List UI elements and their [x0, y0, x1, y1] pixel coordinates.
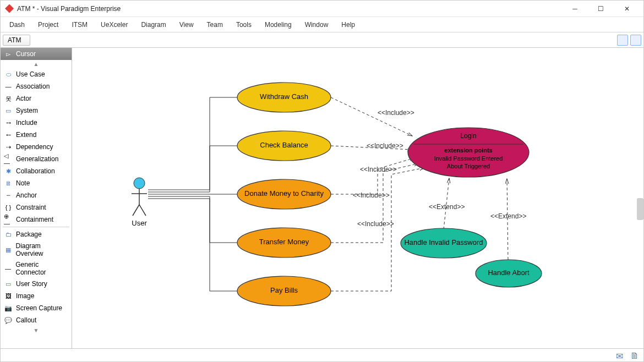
diagram-canvas[interactable]: User Withdraw Cash Check Balance — [72, 48, 643, 348]
include-icon: ⤍ — [4, 118, 13, 127]
svg-point-0 — [134, 178, 145, 189]
overview-icon: ▦ — [4, 245, 12, 254]
palette-label: Generic Connector — [15, 261, 68, 276]
connector-icon: — — [4, 264, 12, 273]
palette-label: System — [16, 107, 38, 114]
cursor-icon: ▻ — [4, 50, 13, 58]
usecase-withdraw[interactable]: Withdraw Cash — [237, 83, 331, 112]
toolbar-icon-1[interactable] — [617, 35, 628, 46]
include-label: <<Include>> — [357, 220, 394, 228]
menu-modeling[interactable]: Modeling — [258, 19, 298, 31]
palette-anchor[interactable]: ┄Anchor — [1, 189, 72, 201]
palette-label: Containment — [16, 216, 53, 223]
palette-containment[interactable]: ⊕—Containment — [1, 213, 72, 226]
svg-point-7 — [237, 131, 331, 161]
palette-label: User Story — [16, 280, 47, 288]
close-button[interactable]: ✕ — [614, 1, 639, 17]
palette-collapse-down[interactable]: ▼ — [1, 326, 72, 334]
palette-package[interactable]: 🗀Package — [1, 228, 72, 240]
usecase-paybills[interactable]: Pay Bills — [237, 276, 331, 306]
palette-label: Dependency — [16, 143, 53, 151]
palette-dependency[interactable]: ⇢Dependency — [1, 141, 72, 153]
toolbar-icon-2[interactable] — [630, 35, 641, 46]
maximize-button[interactable]: ☐ — [588, 1, 613, 17]
usecase-transfer[interactable]: Transfer Money — [237, 228, 331, 257]
svg-text:Login: Login — [460, 132, 476, 140]
palette-image[interactable]: 🖼Image — [1, 290, 72, 302]
palette-collapse-up[interactable]: ▲ — [1, 60, 72, 68]
rect-icon: ▭ — [4, 106, 13, 115]
palette-extend[interactable]: ⤌Extend — [1, 129, 72, 141]
palette-generic-connector[interactable]: —Generic Connector — [1, 259, 72, 278]
palette-label: Generalization — [16, 155, 58, 163]
generalization-icon: ◁— — [4, 155, 13, 163]
usecase-check-balance[interactable]: Check Balance — [237, 131, 331, 161]
svg-text:extension points: extension points — [444, 147, 492, 153]
breadcrumb-bar: ATM — [1, 32, 643, 48]
usecase-donate[interactable]: Donate Money to Charity — [237, 179, 331, 209]
svg-point-21 — [401, 228, 487, 258]
palette-include[interactable]: ⤍Include — [1, 117, 72, 129]
actor-user[interactable]: User — [132, 178, 147, 227]
window-controls: ─ ☐ ✕ — [563, 1, 639, 17]
note-icon[interactable]: 🗎 — [630, 351, 639, 360]
palette-screen-capture[interactable]: 📷Screen Capture — [1, 302, 72, 314]
actor-icon: 옷 — [4, 94, 13, 103]
palette-label: Extend — [16, 131, 36, 139]
palette-label: Use Case — [16, 70, 45, 78]
palette-generalization[interactable]: ◁—Generalization — [1, 153, 72, 165]
palette-label: Callout — [16, 316, 36, 324]
window-titlebar: ATM * - Visual Paradigm Enterprise ─ ☐ ✕ — [1, 1, 643, 17]
palette-label: Constraint — [16, 204, 46, 211]
usecase-handle-invalid[interactable]: Handle Invalid Password — [401, 228, 487, 258]
usecase-handle-abort[interactable]: Handle Abort — [476, 260, 542, 287]
constraint-icon: { } — [4, 203, 13, 212]
breadcrumb-root[interactable]: ATM — [3, 35, 30, 46]
palette-note[interactable]: 🗎Note — [1, 177, 72, 189]
menu-window[interactable]: Window — [298, 19, 335, 31]
palette-usecase[interactable]: ⬭Use Case — [1, 68, 72, 80]
palette-callout[interactable]: 💬Callout — [1, 314, 72, 326]
menu-tools[interactable]: Tools — [230, 19, 258, 31]
svg-point-23 — [476, 260, 542, 287]
dependency-icon: ⇢ — [4, 142, 13, 151]
palette-label: Note — [16, 179, 30, 187]
palette-diagram-overview[interactable]: ▦Diagram Overview — [1, 240, 72, 259]
palette-system[interactable]: ▭System — [1, 105, 72, 117]
palette-collaboration[interactable]: ✱Collaboration — [1, 165, 72, 177]
containment-icon: ⊕— — [4, 215, 13, 224]
callout-icon: 💬 — [4, 316, 13, 325]
svg-text:Invalid Password Entered: Invalid Password Entered — [434, 155, 503, 162]
menu-project[interactable]: Project — [31, 19, 65, 31]
palette-cursor[interactable]: ▻ Cursor — [1, 48, 72, 60]
minimize-button[interactable]: ─ — [563, 1, 587, 17]
menu-itsm[interactable]: ITSM — [65, 19, 94, 31]
menu-team[interactable]: Team — [200, 19, 230, 31]
palette-label: Package — [16, 231, 42, 238]
include-label: <<Include>> — [378, 109, 414, 117]
menu-help[interactable]: Help — [335, 19, 362, 31]
mail-icon[interactable]: ✉ — [616, 351, 625, 360]
menu-view[interactable]: View — [173, 19, 200, 31]
diagram-svg: User Withdraw Cash Check Balance — [72, 48, 642, 348]
menu-uexceler[interactable]: UeXceler — [94, 19, 134, 31]
statusbar: ✉ 🗎 — [1, 348, 643, 361]
associations — [148, 97, 237, 291]
palette-constraint[interactable]: { }Constraint — [1, 201, 72, 213]
usecase-login[interactable]: Login extension points Invalid Password … — [408, 128, 529, 177]
window-title: ATM * - Visual Paradigm Enterprise — [17, 5, 121, 13]
extend-label: <<Extend>> — [429, 203, 465, 211]
collab-icon: ✱ — [4, 167, 13, 175]
app-icon — [5, 4, 14, 13]
palette-actor[interactable]: 옷Actor — [1, 92, 72, 105]
main-body: ▻ Cursor ▲ ⬭Use Case —Association 옷Actor… — [1, 48, 643, 348]
svg-line-3 — [133, 205, 139, 216]
menu-dash[interactable]: Dash — [3, 19, 31, 31]
menu-diagram[interactable]: Diagram — [134, 19, 172, 31]
svg-point-13 — [237, 276, 331, 306]
palette-user-story[interactable]: ▭User Story — [1, 278, 72, 290]
folder-icon: 🗀 — [4, 230, 13, 239]
palette-label: Include — [16, 119, 37, 127]
palette-association[interactable]: —Association — [1, 80, 72, 92]
svg-text:About Triggered: About Triggered — [447, 163, 490, 169]
